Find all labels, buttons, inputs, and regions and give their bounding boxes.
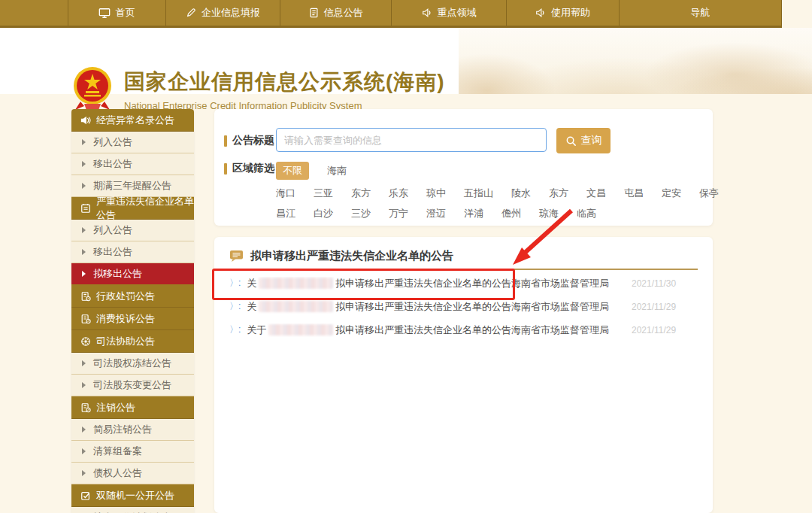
region-option[interactable]: 儋州 bbox=[501, 207, 521, 220]
sidebar-item-label: 拟移出公告 bbox=[93, 267, 142, 281]
region-line-1: 海口 三亚 东方 乐东 琼中 五指山 陵水 东方 文昌 屯昌 定安 保亭 bbox=[276, 187, 682, 200]
region-option[interactable]: 三沙 bbox=[351, 207, 371, 220]
region-option[interactable]: 临高 bbox=[577, 207, 596, 220]
announcement-row-2[interactable]: 〉: 关 拟申请移出严重违法失信企业名单的公告 海南省市场监督管理局 2021/… bbox=[229, 295, 698, 318]
nav-item-help[interactable]: 使用帮助 bbox=[506, 0, 619, 26]
sidebar-header-deregistration[interactable]: 注销公告 bbox=[71, 396, 194, 419]
triangle-icon bbox=[82, 249, 86, 255]
sidebar-header-administrative-penalty[interactable]: 行政处罚公告 bbox=[71, 285, 194, 308]
sidebar-header-consumer-complaints[interactable]: 消费投诉公告 bbox=[71, 308, 194, 330]
region-option[interactable]: 洋浦 bbox=[464, 207, 483, 220]
sidebar-header-judicial-assistance[interactable]: 司法协助公告 bbox=[71, 330, 194, 353]
sidebar-item-label: 简易注销公告 bbox=[93, 423, 152, 436]
nav-item-information-announcements[interactable]: 信息公告 bbox=[280, 0, 391, 26]
redacted-company-name bbox=[259, 278, 333, 289]
triangle-icon bbox=[82, 271, 86, 277]
region-option[interactable]: 乐东 bbox=[389, 187, 408, 200]
nav-spacer bbox=[0, 0, 68, 26]
region-option[interactable]: 万宁 bbox=[389, 207, 408, 220]
region-options: 不限 海南 海口 三亚 东方 乐东 琼中 五指山 陵水 东方 文昌 屯昌 定安 … bbox=[276, 162, 682, 227]
announcement-title-input[interactable] bbox=[276, 128, 547, 152]
wheel-icon bbox=[80, 336, 91, 347]
announcement-panel: 拟申请移出严重违法失信企业名单的公告 〉: 关 拟申请移出严重违法失信企业名单的… bbox=[214, 237, 713, 513]
nav-item-navigation[interactable]: 导航 bbox=[619, 0, 782, 26]
announcement-title-label: 公告标题 bbox=[214, 134, 274, 147]
sidebar: 经营异常名录公告 列入公告 移出公告 期满三年提醒公告 严重违法失信企业名单公告… bbox=[71, 109, 194, 513]
issuing-authority: 海南省市场监督管理局 bbox=[511, 323, 632, 337]
sidebar-item-creditor-announcement[interactable]: 债权人公告 bbox=[71, 463, 194, 484]
header-mountain-decoration bbox=[459, 28, 812, 94]
search-button[interactable]: 查询 bbox=[556, 128, 611, 153]
sidebar-item-spot-check-plan[interactable]: 抽查工作计划公告 bbox=[71, 507, 194, 513]
region-option[interactable]: 定安 bbox=[662, 187, 681, 200]
sidebar-header-serious-violation-list[interactable]: 严重违法失信企业名单公告 bbox=[71, 197, 194, 220]
sidebar-item-label: 列入公告 bbox=[93, 223, 132, 237]
sidebar-item-label: 司法协助公告 bbox=[96, 335, 155, 348]
region-option[interactable]: 昌江 bbox=[276, 207, 295, 220]
nav-item-label: 导航 bbox=[691, 6, 710, 20]
sidebar-item-label: 移出公告 bbox=[93, 245, 132, 259]
sidebar-item-label: 移出公告 bbox=[93, 157, 132, 171]
region-option[interactable]: 三亚 bbox=[314, 187, 333, 200]
triangle-icon bbox=[82, 448, 86, 454]
sidebar-item-label: 注销公告 bbox=[96, 401, 135, 414]
sidebar-item-label: 严重违法失信企业名单公告 bbox=[96, 195, 194, 222]
issuing-authority: 海南省市场监督管理局 bbox=[511, 300, 632, 314]
region-option[interactable]: 琼中 bbox=[426, 187, 446, 200]
sidebar-item-shareholder-change[interactable]: 司法股东变更公告 bbox=[71, 375, 194, 396]
sidebar-item-label: 消费投诉公告 bbox=[96, 312, 155, 326]
triangle-icon bbox=[82, 227, 86, 233]
region-option[interactable]: 澄迈 bbox=[426, 207, 446, 220]
sidebar-item-proposed-removal[interactable]: 拟移出公告 bbox=[71, 263, 194, 285]
region-option[interactable]: 陵水 bbox=[511, 187, 531, 200]
nav-item-label: 使用帮助 bbox=[551, 6, 590, 20]
sidebar-item-label: 期满三年提醒公告 bbox=[93, 179, 171, 193]
nav-item-label: 企业信息填报 bbox=[201, 6, 260, 20]
checkbox-icon bbox=[80, 490, 91, 501]
sidebar-item-removal[interactable]: 移出公告 bbox=[71, 153, 194, 175]
national-emblem-logo bbox=[71, 66, 114, 111]
nav-item-label: 首页 bbox=[116, 6, 135, 20]
sidebar-item-label: 经营异常名录公告 bbox=[96, 114, 174, 127]
region-option[interactable]: 五指山 bbox=[464, 187, 493, 200]
region-option[interactable]: 保亭 bbox=[699, 187, 719, 200]
nav-item-enterprise-filing[interactable]: 企业信息填报 bbox=[165, 0, 280, 26]
region-option[interactable]: 海口 bbox=[276, 187, 295, 200]
region-chip-any[interactable]: 不限 bbox=[276, 162, 309, 180]
announcement-row-3[interactable]: 〉: 关于 拟申请移出严重违法失信企业名单的公告 海南省市场监督管理局 2021… bbox=[229, 318, 698, 341]
triangle-icon bbox=[82, 382, 86, 388]
announcement-row-1[interactable]: 〉: 关 拟申请移出严重违法失信企业名单的公告 海南省市场监督管理局 2021/… bbox=[229, 272, 698, 295]
label-bar bbox=[224, 163, 227, 175]
triangle-icon bbox=[82, 360, 86, 366]
title-search-row: 公告标题 查询 bbox=[214, 128, 713, 153]
region-option[interactable]: 文昌 bbox=[586, 187, 606, 200]
sidebar-item-inclusion-2[interactable]: 列入公告 bbox=[71, 220, 194, 241]
region-option[interactable]: 屯昌 bbox=[624, 187, 644, 200]
nav-item-key-areas[interactable]: 重点领域 bbox=[391, 0, 505, 26]
nav-item-home[interactable]: 首页 bbox=[68, 0, 165, 26]
region-filter-label: 区域筛选 bbox=[214, 162, 274, 175]
sidebar-item-equity-freeze[interactable]: 司法股权冻结公告 bbox=[71, 353, 194, 375]
region-option[interactable]: 琼海 bbox=[539, 207, 559, 220]
sidebar-item-removal-2[interactable]: 移出公告 bbox=[71, 241, 194, 263]
region-filter-row: 区域筛选 不限 海南 海口 三亚 东方 乐东 琼中 五指山 陵水 东方 文昌 bbox=[214, 162, 713, 175]
region-option-hainan[interactable]: 海南 bbox=[327, 164, 347, 178]
redacted-company-name bbox=[268, 324, 333, 335]
region-option[interactable]: 东方 bbox=[549, 187, 568, 200]
site-header: 国家企业信用信息公示系统(海南) National Enterprise Cre… bbox=[0, 28, 812, 94]
region-option[interactable]: 白沙 bbox=[314, 207, 333, 220]
section-underline bbox=[229, 269, 698, 270]
sidebar-item-liquidation-filing[interactable]: 清算组备案 bbox=[71, 441, 194, 463]
sidebar-header-double-random[interactable]: 双随机一公开公告 bbox=[71, 484, 194, 507]
doc-edit-icon bbox=[80, 291, 91, 302]
sidebar-item-label: 司法股东变更公告 bbox=[93, 378, 171, 392]
list-icon bbox=[80, 203, 91, 214]
region-option[interactable]: 东方 bbox=[351, 187, 371, 200]
announcement-title: 关于 拟申请移出严重违法失信企业名单的公告 bbox=[247, 323, 511, 337]
sidebar-item-simple-deregistration[interactable]: 简易注销公告 bbox=[71, 419, 194, 441]
redacted-company-name bbox=[259, 301, 333, 312]
sidebar-item-inclusion[interactable]: 列入公告 bbox=[71, 132, 194, 153]
sidebar-header-abnormal-directory[interactable]: 经营异常名录公告 bbox=[71, 109, 194, 132]
label-bar bbox=[224, 135, 227, 147]
sidebar-item-label: 司法股权冻结公告 bbox=[93, 357, 171, 370]
